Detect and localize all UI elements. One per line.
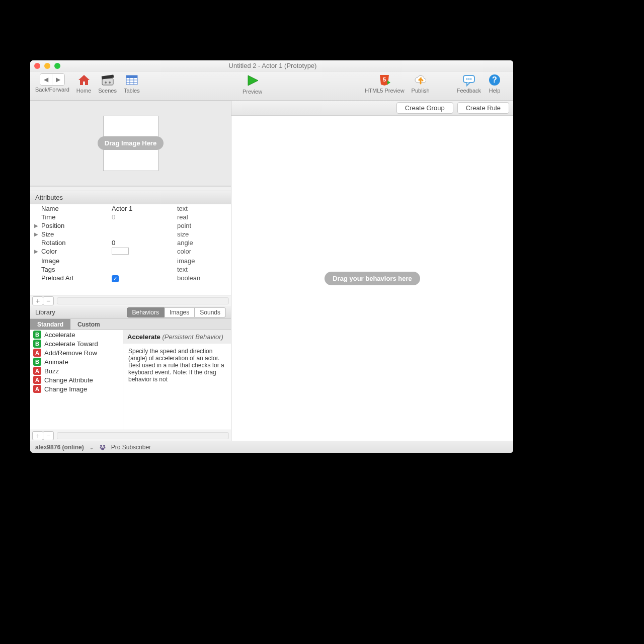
behavior-item[interactable]: BAccelerate [30, 330, 123, 339]
behavior-label: Add/Remove Row [44, 349, 97, 357]
preview-label: Preview [243, 89, 262, 95]
attribute-value[interactable]: 0 [112, 239, 177, 247]
preview-button[interactable]: Preview [243, 73, 262, 95]
behavior-item[interactable]: BAnimate [30, 357, 123, 366]
disclosure-triangle-icon[interactable]: ▶ [34, 249, 38, 254]
behavior-badge-icon: B [33, 340, 41, 348]
behavior-label: Accelerate [44, 331, 75, 339]
attribute-row[interactable]: ▶Positionpoint [30, 221, 231, 230]
behaviors-drop-hint: Drag your behaviors here [325, 272, 420, 285]
behavior-badge-icon: B [33, 331, 41, 339]
actor-image-well[interactable]: Drag Image Here [30, 101, 231, 186]
attribute-value[interactable] [112, 266, 177, 273]
zoom-icon[interactable] [54, 63, 60, 69]
horizontal-scrollbar[interactable] [57, 297, 229, 304]
behavior-description: Accelerate (Persistent Behavior) Specify… [123, 330, 231, 430]
attribute-row[interactable]: ▶Colorcolor [30, 247, 231, 257]
behavior-item[interactable]: AChange Attribute [30, 375, 123, 384]
svg-point-3 [109, 82, 111, 84]
status-bar: alex9876 (online) ⌄ Pro Subscriber [30, 441, 513, 453]
attribute-name: Tags [41, 266, 112, 273]
behavior-list[interactable]: BAccelerateBAccelerate TowardAAdd/Remove… [30, 330, 123, 430]
library-tab-behaviors[interactable]: Behaviors [127, 307, 165, 317]
right-panel: Create Group Create Rule Drag your behav… [231, 101, 513, 441]
status-user[interactable]: alex9876 (online) [35, 444, 84, 451]
behavior-label: Animate [44, 358, 68, 366]
behavior-item[interactable]: AAdd/Remove Row [30, 348, 123, 357]
back-button[interactable]: ◀ [40, 74, 52, 85]
disclosure-triangle-icon[interactable]: ▶ [34, 223, 38, 228]
subtab-custom[interactable]: Custom [70, 319, 107, 330]
attribute-row[interactable]: NameActor 1text [30, 204, 231, 213]
behavior-desc-subtitle: (Persistent Behavior) [162, 333, 223, 341]
chevron-down-icon[interactable]: ⌄ [89, 444, 94, 451]
library-scrollbar[interactable] [57, 432, 229, 439]
home-button[interactable]: Home [76, 73, 91, 94]
svg-point-18 [103, 445, 105, 447]
html5-preview-button[interactable]: 5 HTML5 Preview [365, 73, 404, 94]
attributes-footer: + − [30, 295, 231, 306]
attribute-row[interactable]: Imageimage [30, 257, 231, 265]
attribute-type: text [177, 205, 188, 212]
behavior-desc-title: Accelerate [127, 333, 160, 341]
library-header-label: Library [35, 308, 55, 316]
attribute-value[interactable] [112, 257, 177, 265]
attribute-row[interactable]: Time0real [30, 213, 231, 221]
library-tab-images[interactable]: Images [165, 307, 195, 317]
subtab-standard[interactable]: Standard [30, 319, 70, 330]
forward-button[interactable]: ▶ [52, 74, 64, 85]
checkbox-checked-icon[interactable]: ✓ [112, 275, 119, 282]
behavior-item[interactable]: ABuzz [30, 366, 123, 375]
disclosure-triangle-icon[interactable]: ▶ [34, 231, 38, 237]
scenes-button[interactable]: Scenes [98, 73, 117, 94]
add-behavior-button[interactable]: + [32, 431, 43, 440]
attribute-value[interactable]: 0 [112, 213, 177, 221]
library-tab-sounds[interactable]: Sounds [195, 307, 226, 317]
attribute-row[interactable]: ▶Sizesize [30, 230, 231, 238]
attributes-table[interactable]: NameActor 1textTime0real▶Positionpoint▶S… [30, 204, 231, 295]
home-label: Home [76, 88, 91, 94]
svg-point-12 [466, 78, 467, 80]
add-attribute-button[interactable]: + [32, 296, 43, 305]
close-icon[interactable] [34, 63, 40, 69]
attribute-row[interactable]: Rotation0angle [30, 238, 231, 247]
feedback-label: Feedback [457, 88, 481, 94]
attribute-value[interactable] [112, 248, 177, 256]
behavior-label: Change Image [44, 385, 87, 393]
attribute-value[interactable] [112, 222, 177, 229]
behavior-label: Buzz [44, 367, 59, 375]
attribute-value[interactable]: Actor 1 [112, 205, 177, 212]
remove-behavior-button[interactable]: − [43, 431, 54, 440]
table-icon [125, 73, 139, 87]
divider-strip [30, 186, 231, 191]
publish-button[interactable]: Publish [412, 73, 430, 94]
attribute-type: boolean [177, 274, 200, 282]
color-swatch[interactable] [112, 248, 129, 255]
drag-image-hint: Drag Image Here [98, 136, 164, 150]
tables-button[interactable]: Tables [124, 73, 140, 94]
attribute-value[interactable] [112, 230, 177, 238]
back-forward-group: ◀ ▶ Back/Forward [35, 73, 69, 93]
minimize-icon[interactable] [44, 63, 50, 69]
remove-attribute-button[interactable]: − [43, 296, 54, 305]
traffic-lights [34, 63, 60, 69]
paw-icon [99, 444, 106, 451]
behaviors-drop-area[interactable]: Drag your behaviors here [231, 116, 513, 441]
cloud-upload-icon [414, 73, 428, 87]
svg-rect-5 [126, 75, 137, 78]
behavior-item[interactable]: AChange Image [30, 384, 123, 393]
help-button[interactable]: ? Help [488, 73, 501, 94]
attribute-name: Size [41, 230, 112, 238]
attribute-row[interactable]: Tagstext [30, 265, 231, 274]
behavior-label: Accelerate Toward [44, 340, 98, 348]
create-rule-button[interactable]: Create Rule [457, 102, 509, 114]
behavior-item[interactable]: BAccelerate Toward [30, 339, 123, 348]
window-title: Untitled 2 - Actor 1 (Prototype) [60, 62, 485, 69]
feedback-button[interactable]: Feedback [457, 73, 481, 94]
behavior-desc-body: Specify the speed and direction (angle) … [128, 348, 226, 383]
attribute-name: Time [41, 213, 112, 221]
attribute-row[interactable]: Preload Art✓boolean [30, 274, 231, 283]
create-group-button[interactable]: Create Group [396, 102, 453, 114]
attribute-type: size [177, 230, 189, 238]
attribute-value[interactable]: ✓ [112, 274, 177, 282]
